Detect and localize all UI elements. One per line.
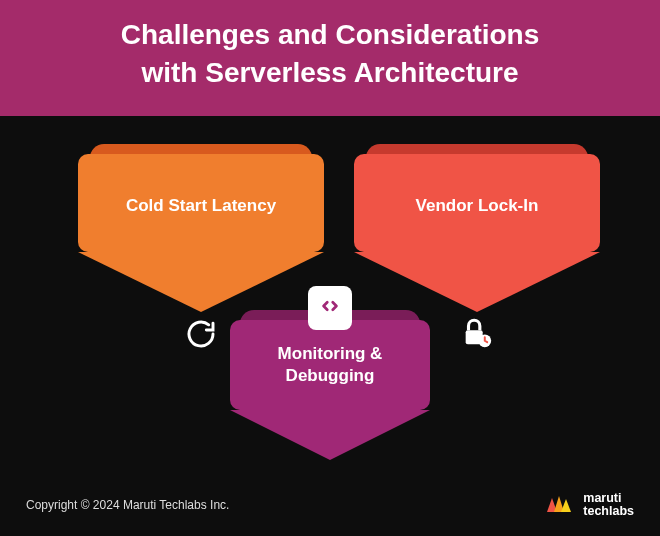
card-chevron: [354, 252, 600, 312]
card-cold-start: Cold Start Latency: [78, 144, 324, 302]
page-title: Challenges and Considerations with Serve…: [40, 16, 620, 92]
card-chevron: [230, 410, 430, 460]
brand-logo: maruti techlabs: [545, 492, 634, 518]
card-monitoring: Monitoring & Debugging: [230, 310, 430, 450]
footer: Copyright © 2024 Maruti Techlabs Inc. ma…: [0, 478, 660, 536]
code-icon: [319, 295, 341, 321]
diagram-area: Cold Start Latency Vendor Lock-In: [0, 116, 660, 486]
copyright-text: Copyright © 2024 Maruti Techlabs Inc.: [26, 498, 229, 512]
lock-clock-icon: [460, 316, 494, 350]
brand-line-2: techlabs: [583, 505, 634, 518]
refresh-icon: [185, 318, 217, 350]
title-line-1: Challenges and Considerations: [121, 19, 540, 50]
logo-mark-icon: [545, 492, 575, 518]
card-chevron: [78, 252, 324, 312]
card-label: Cold Start Latency: [126, 195, 276, 217]
card-label: Monitoring & Debugging: [246, 343, 414, 387]
title-line-2: with Serverless Architecture: [141, 57, 518, 88]
card-body: Vendor Lock-In: [354, 154, 600, 252]
card-label: Vendor Lock-In: [416, 195, 539, 217]
brand-line-1: maruti: [583, 492, 634, 505]
card-vendor-lockin: Vendor Lock-In: [354, 144, 600, 302]
code-badge: [308, 286, 352, 330]
card-body: Cold Start Latency: [78, 154, 324, 252]
card-body: Monitoring & Debugging: [230, 320, 430, 410]
brand-name: maruti techlabs: [583, 492, 634, 518]
header-banner: Challenges and Considerations with Serve…: [0, 0, 660, 116]
